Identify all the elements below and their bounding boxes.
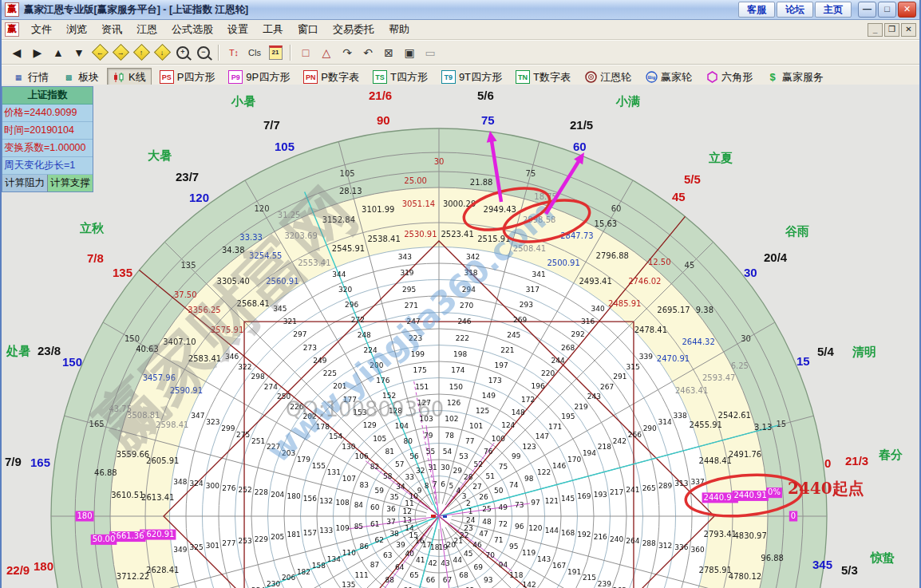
quick-button-service[interactable]: 客服 bbox=[738, 2, 775, 18]
menu-item-文件[interactable]: 文件 bbox=[24, 21, 59, 38]
mdi-restore-button[interactable]: ❐ bbox=[884, 23, 899, 37]
close-button[interactable]: ✕ bbox=[898, 2, 916, 18]
wheel-label-30: 30 bbox=[744, 266, 757, 279]
box-x-button[interactable]: ⊠ bbox=[379, 43, 398, 62]
triangle-tool-button[interactable]: △ bbox=[317, 43, 336, 62]
menu-item-公式选股[interactable]: 公式选股 bbox=[164, 21, 220, 38]
panel-field-3: 周天变化步长=1 bbox=[2, 157, 93, 175]
diamond-up-button[interactable]: ↑ bbox=[132, 43, 151, 62]
calendar-icon: 21 bbox=[269, 45, 283, 60]
view-9p-square-button[interactable]: P99P四方形 bbox=[223, 68, 295, 87]
sectors-icon: ▩ bbox=[62, 71, 75, 83]
menu-items: 文件浏览资讯江恩公式选股设置工具窗口交易委托帮助 bbox=[24, 21, 417, 38]
panel-field-1: 时间=20190104 bbox=[2, 122, 93, 140]
view-quotes-label: 行情 bbox=[28, 70, 49, 85]
display-button[interactable]: ▭ bbox=[421, 43, 440, 62]
wheel-label-60: 60 bbox=[573, 140, 587, 153]
cls-button[interactable]: Cls bbox=[245, 43, 264, 62]
rect-tool-button[interactable]: □ bbox=[296, 43, 315, 62]
mdi-close-button[interactable]: ✕ bbox=[901, 23, 916, 37]
wheel-label-立夏: 立夏 bbox=[709, 151, 733, 166]
calendar-button[interactable]: 21 bbox=[266, 43, 285, 62]
view-9t-square-button[interactable]: T99T四方形 bbox=[436, 68, 508, 87]
view-sectors-label: 板块 bbox=[78, 70, 99, 85]
wheel-label-22/9: 22/9 bbox=[6, 563, 30, 577]
view-p-table-button[interactable]: PNP数字表 bbox=[298, 68, 365, 87]
forward-button[interactable]: ▶ bbox=[28, 43, 47, 62]
wheel-label-7/9: 7/9 bbox=[5, 455, 22, 468]
window-controls: —□✕ bbox=[856, 2, 916, 18]
menu-item-窗口[interactable]: 窗口 bbox=[291, 21, 326, 38]
view-hexagon-button[interactable]: 六角形 bbox=[700, 68, 758, 87]
quick-button-home[interactable]: 主页 bbox=[815, 2, 852, 18]
view-t-table-button[interactable]: TNT数字表 bbox=[510, 68, 576, 87]
kline-icon bbox=[113, 71, 125, 83]
menu-item-工具[interactable]: 工具 bbox=[255, 21, 291, 38]
fit-center-button[interactable]: ▣ bbox=[400, 43, 419, 62]
diamond-left-icon: ← bbox=[91, 44, 108, 61]
panel-buttons: 计算阻力计算支撑 bbox=[2, 175, 93, 191]
zoom-in-button[interactable]: + bbox=[173, 43, 192, 62]
view-t-square-label: T四方形 bbox=[390, 70, 428, 85]
view-p-square-button[interactable]: PSP四方形 bbox=[154, 68, 221, 87]
wheel-label-7/7: 7/7 bbox=[263, 118, 280, 132]
gann-wheel-canvas[interactable] bbox=[2, 85, 921, 588]
calc-resistance-button[interactable]: 计算阻力 bbox=[2, 175, 48, 191]
wheel-label-5/3: 5/3 bbox=[841, 563, 858, 577]
rotate-cw-button[interactable]: ↷ bbox=[338, 43, 357, 62]
panel-field-2: 变换系数=1.00000 bbox=[2, 140, 93, 157]
view-t-square-button[interactable]: TST四方形 bbox=[367, 68, 433, 87]
wheel-label-谷雨: 谷雨 bbox=[785, 224, 809, 239]
view-p-table-label: P数字表 bbox=[321, 70, 359, 85]
rotate-ccw-button[interactable]: ↶ bbox=[358, 43, 377, 62]
wheel-label-21/3: 21/3 bbox=[845, 454, 868, 468]
wheel-label-0: 0 bbox=[824, 456, 831, 470]
zoom-out-button[interactable]: − bbox=[194, 43, 213, 62]
wheel-label-105: 105 bbox=[275, 140, 294, 153]
wheel-label-180: 180 bbox=[34, 559, 53, 573]
view-t-table-label: T数字表 bbox=[533, 70, 571, 85]
view-sectors-button[interactable]: ▩板块 bbox=[57, 68, 105, 87]
window-title: 赢家江恩专业版[赢家服务平台] - [上证指数 江恩轮] bbox=[24, 3, 248, 17]
menu-item-江恩[interactable]: 江恩 bbox=[129, 21, 164, 38]
view-kline-label: K线 bbox=[128, 70, 146, 85]
wheel-label-5/4: 5/4 bbox=[817, 345, 834, 358]
wheel-label-小满: 小满 bbox=[616, 94, 640, 109]
instrument-name: 上证指数 bbox=[2, 87, 93, 105]
diamond-left-button[interactable]: ← bbox=[90, 43, 109, 62]
view-gann-wheel-label: 江恩轮 bbox=[600, 70, 631, 85]
menu-item-设置[interactable]: 设置 bbox=[220, 21, 255, 38]
view-winner-service-button[interactable]: $赢家服务 bbox=[761, 68, 829, 87]
peak-up-button[interactable]: ▲ bbox=[49, 43, 68, 62]
quick-button-forum[interactable]: 论坛 bbox=[777, 2, 813, 18]
wheel-label-75: 75 bbox=[481, 113, 495, 127]
wheel-label-大暑: 大暑 bbox=[148, 148, 172, 164]
view-9t-square-label: 9T四方形 bbox=[459, 70, 502, 85]
maximize-button[interactable]: □ bbox=[878, 2, 896, 18]
wheel-label-45: 45 bbox=[672, 190, 686, 203]
winner-wheel-icon: Big bbox=[645, 71, 658, 83]
gann-wheel-icon bbox=[584, 71, 597, 83]
t-square-icon: TS bbox=[373, 70, 387, 84]
diamond-down-icon: ↓ bbox=[153, 44, 170, 61]
wheel-label-小暑: 小暑 bbox=[231, 94, 255, 109]
wheel-label-15: 15 bbox=[796, 354, 810, 368]
time-updown-button[interactable]: T↕ bbox=[224, 43, 243, 62]
menu-item-帮助[interactable]: 帮助 bbox=[381, 21, 417, 38]
view-winner-wheel-button[interactable]: Big赢家轮 bbox=[639, 68, 698, 87]
mdi-minimize-button[interactable]: _ bbox=[868, 23, 883, 37]
menu-item-浏览[interactable]: 浏览 bbox=[59, 21, 94, 38]
view-kline-button[interactable]: K线 bbox=[107, 68, 152, 87]
wheel-label-惊蛰: 惊蛰 bbox=[871, 551, 895, 566]
view-gann-wheel-button[interactable]: 江恩轮 bbox=[579, 68, 637, 87]
diamond-down-button[interactable]: ↓ bbox=[152, 43, 172, 62]
back-button[interactable]: ◀ bbox=[7, 43, 26, 62]
calc-support-button[interactable]: 计算支撑 bbox=[48, 175, 93, 191]
mdi-window-controls: _❐✕ bbox=[866, 23, 916, 37]
menu-item-资讯[interactable]: 资讯 bbox=[94, 21, 129, 38]
minimize-button[interactable]: — bbox=[858, 2, 876, 18]
peak-down-button[interactable]: ▼ bbox=[69, 43, 89, 62]
diamond-right-button[interactable]: → bbox=[111, 43, 130, 62]
view-quotes-button[interactable]: ▦行情 bbox=[6, 68, 54, 87]
menu-item-交易委托[interactable]: 交易委托 bbox=[326, 21, 381, 38]
